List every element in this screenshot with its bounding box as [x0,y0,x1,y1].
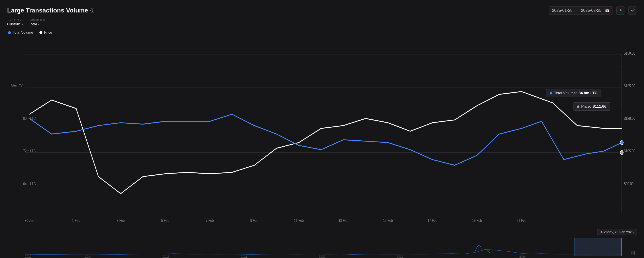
time-frame-control: TIME FRAME Custom ▾ [7,19,24,27]
svg-text:2024: 2024 [519,255,526,258]
svg-text:2014: 2014 [85,255,92,258]
header-row: Large Transactions Volume ℹ 2025-01-28 —… [7,6,637,15]
svg-text:1 Feb: 1 Feb [72,218,80,223]
main-chart-area: 88m LTC 80m LTC 72m LTC 64m LTC $150.00 … [7,38,637,236]
parameter-control: PARAMETER Total ▾ [29,19,45,27]
title-area: Large Transactions Volume ℹ [7,7,95,14]
svg-text:2016: 2016 [163,255,170,258]
svg-text:72m LTC: 72m LTC [23,149,36,153]
tooltip-total-value: 84.8m LTC [578,91,598,95]
svg-text:64m LTC: 64m LTC [23,181,36,186]
svg-text:15 Feb: 15 Feb [383,218,393,223]
link-button[interactable] [628,6,637,15]
main-chart-svg[interactable]: 88m LTC 80m LTC 72m LTC 64m LTC $150.00 … [7,38,637,236]
tooltip-price-label: Price: [581,104,591,109]
header-actions: 2025-01-28 — 2025-02-25 📅 [549,6,637,15]
parameter-value: Total [29,22,37,27]
controls-row: TIME FRAME Custom ▾ PARAMETER Total ▾ [7,19,637,27]
volume-line [30,114,622,165]
svg-text:$90.00: $90.00 [624,181,634,186]
svg-text:19 Feb: 19 Feb [472,218,482,223]
date-end: 2025-02-25 [581,8,602,13]
grid-icon[interactable] [630,251,635,256]
date-range[interactable]: 2025-01-28 — 2025-02-25 📅 [549,7,613,15]
nav-volume-line [25,249,622,255]
svg-text:30 Jan: 30 Jan [25,218,34,223]
svg-text:3 Feb: 3 Feb [117,218,125,223]
svg-text:11 Feb: 11 Feb [294,218,304,223]
legend-price[interactable]: Price [40,31,52,35]
tooltip-volume-dot [550,92,552,94]
nav-handle-left[interactable] [574,238,575,256]
svg-text:7 Feb: 7 Feb [206,218,214,223]
tooltip-price-value: $111.66 [593,104,606,109]
legend-row: Total Volume Price [7,31,637,35]
svg-text:$105.00: $105.00 [624,149,635,153]
svg-text:21 Feb: 21 Feb [517,218,526,223]
svg-text:13 Feb: 13 Feb [338,218,348,223]
svg-text:88m LTC: 88m LTC [10,84,23,88]
parameter-chevron: ▾ [38,23,40,26]
chart-title: Large Transactions Volume [7,7,88,14]
price-line [30,92,622,194]
svg-rect-34 [631,251,632,253]
info-icon[interactable]: ℹ [90,8,95,13]
time-frame-label: TIME FRAME [7,19,24,21]
time-frame-value: Custom [7,22,20,27]
svg-rect-36 [631,253,632,255]
tooltip-total-volume: Total Volume: 84.8m LTC [546,89,601,97]
svg-text:$135.00: $135.00 [624,84,635,88]
svg-text:2018: 2018 [241,255,248,258]
legend-total-volume[interactable]: Total Volume [8,31,33,35]
parameter-dropdown[interactable]: Total ▾ [29,22,45,27]
svg-rect-37 [633,253,634,255]
nav-chart-svg: 2012 2014 2016 2018 2020 2022 2024 [7,238,637,258]
legend-price-label: Price [44,31,52,35]
tooltip-price: Price: $111.66 [573,102,610,111]
svg-text:$150.00: $150.00 [624,51,635,56]
tooltip-price-dot [577,105,580,108]
legend-dot-white [40,31,42,34]
svg-text:5 Feb: 5 Feb [161,218,169,223]
nav-selection [575,238,622,256]
date-overlay: Tuesday, 25 Feb 2025 [597,229,637,235]
download-button[interactable] [616,6,625,15]
svg-rect-35 [633,251,634,253]
svg-text:17 Feb: 17 Feb [428,218,437,223]
date-separator: — [575,8,579,13]
tooltip-total-label: Total Volume: [554,91,577,95]
time-frame-dropdown[interactable]: Custom ▾ [7,22,24,27]
time-frame-chevron: ▾ [22,23,23,26]
chart-container: Large Transactions Volume ℹ 2025-01-28 —… [0,0,644,258]
svg-text:2022: 2022 [397,255,403,258]
bottom-navigator[interactable]: 2012 2014 2016 2018 2020 2022 2024 [7,238,637,258]
svg-text:9 Feb: 9 Feb [250,218,258,223]
nav-handle-right[interactable] [621,238,622,256]
svg-text:2012: 2012 [25,255,32,258]
legend-dot-blue [8,31,11,34]
legend-total-volume-label: Total Volume [13,31,33,35]
date-start: 2025-01-28 [552,8,572,13]
parameter-label: PARAMETER [29,19,45,21]
svg-text:2020: 2020 [319,255,325,258]
svg-text:$120.00: $120.00 [624,116,635,121]
